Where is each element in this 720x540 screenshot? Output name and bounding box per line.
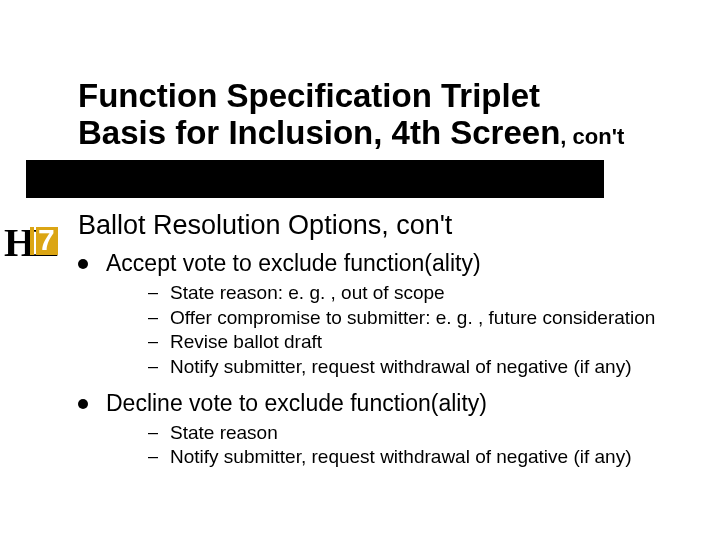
sub-bullet: Notify submitter, request withdrawal of … xyxy=(78,355,678,380)
logo-badge xyxy=(36,227,58,255)
slide-title: Function Specification Triplet Basis for… xyxy=(78,78,678,152)
sub-bullet-text: State reason: e. g. , out of scope xyxy=(170,282,445,303)
sub-bullet: State reason xyxy=(78,421,678,446)
sub-bullets-decline: State reason Notify submitter, request w… xyxy=(78,421,678,470)
title-line2-main: Basis for Inclusion, 4th Screen xyxy=(78,114,560,151)
title-line1: Function Specification Triplet xyxy=(78,77,540,114)
section-heading: Ballot Resolution Options, con't xyxy=(78,210,452,241)
logo-bar-icon xyxy=(30,227,34,255)
title-line2-suffix: , con't xyxy=(560,124,624,149)
sub-bullet: Revise ballot draft xyxy=(78,330,678,355)
bullet-decline: Decline vote to exclude function(ality) xyxy=(78,390,678,417)
sub-bullet-text: State reason xyxy=(170,422,278,443)
sub-bullet: State reason: e. g. , out of scope xyxy=(78,281,678,306)
bullet-text: Decline vote to exclude function(ality) xyxy=(106,390,487,416)
bullet-text: Accept vote to exclude function(ality) xyxy=(106,250,481,276)
title-underline-bar xyxy=(26,160,604,198)
sub-bullets-accept: State reason: e. g. , out of scope Offer… xyxy=(78,281,678,380)
sub-bullet-text: Notify submitter, request withdrawal of … xyxy=(170,356,631,377)
sub-bullet-text: Revise ballot draft xyxy=(170,331,322,352)
hl7-logo: HL xyxy=(5,225,60,263)
sub-bullet-text: Notify submitter, request withdrawal of … xyxy=(170,446,631,467)
slide: Function Specification Triplet Basis for… xyxy=(0,0,720,540)
bullet-accept: Accept vote to exclude function(ality) xyxy=(78,250,678,277)
sub-bullet: Offer compromise to submitter: e. g. , f… xyxy=(78,306,678,331)
sub-bullet: Notify submitter, request withdrawal of … xyxy=(78,445,678,470)
sub-bullet-text: Offer compromise to submitter: e. g. , f… xyxy=(170,307,655,328)
content-area: Accept vote to exclude function(ality) S… xyxy=(78,246,678,480)
